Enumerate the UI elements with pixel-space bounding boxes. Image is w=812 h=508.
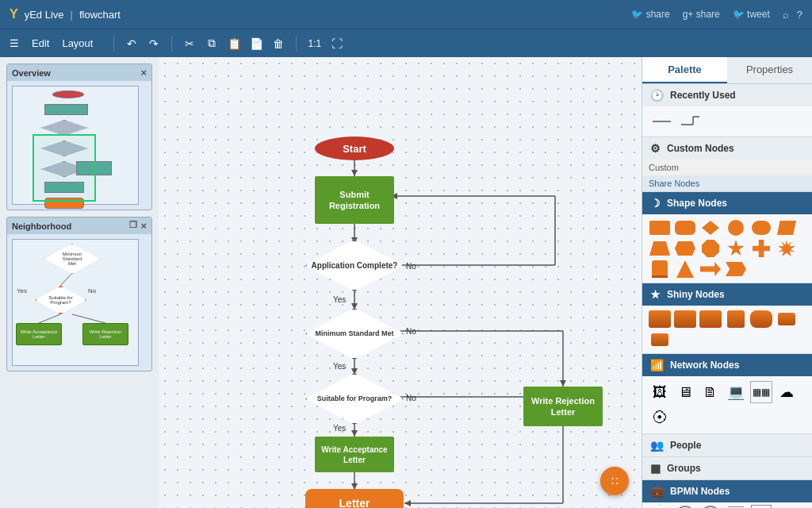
label-no-2: No xyxy=(406,327,416,336)
bpmn-nodes-label: BPMN Nodes xyxy=(670,486,730,497)
svg-marker-17 xyxy=(560,380,566,387)
neighborhood-content: MinimumStandardMet Suitable forProgram? … xyxy=(7,234,151,371)
shiny-rect[interactable] xyxy=(649,310,671,328)
palette-arrow-2[interactable] xyxy=(677,113,699,130)
top-nav: Y yEd Live | flowchart 🐦 share g+ share … xyxy=(0,0,812,29)
sep1 xyxy=(113,36,114,52)
shiny-nodes-label: Shiny Nodes xyxy=(667,289,725,300)
fc-letter[interactable]: Letter xyxy=(305,489,404,508)
paste-style-button[interactable]: 📄 xyxy=(247,34,266,53)
shiny-nodes-header[interactable]: ★ Shiny Nodes xyxy=(642,283,812,306)
neighborhood-map[interactable]: MinimumStandardMet Suitable forProgram? … xyxy=(12,239,139,366)
left-panel: Overview × N xyxy=(0,57,159,508)
shape-tri[interactable] xyxy=(674,260,696,278)
shape-trap[interactable] xyxy=(649,240,671,257)
label-yes-3: Yes xyxy=(333,424,346,433)
palette-arrow-1[interactable] xyxy=(649,113,671,130)
bpmn-nodes-header[interactable]: 💼 BPMN Nodes xyxy=(642,480,812,502)
net-desktop[interactable]: 🖸 xyxy=(649,406,671,429)
shiny-wide2[interactable] xyxy=(699,310,722,328)
fc-start[interactable]: Start xyxy=(315,137,394,160)
section-shape-nodes: ☽ Shape Nodes xyxy=(642,192,812,283)
shape-para[interactable] xyxy=(776,219,798,237)
fc-write-rejection[interactable]: Write Rejection Letter xyxy=(523,387,603,426)
groups-icon: ▦ xyxy=(650,462,661,475)
canvas[interactable]: Start Submit Registration Application Co… xyxy=(159,57,642,508)
copy-button[interactable]: ⧉ xyxy=(202,34,221,53)
fc-suitable[interactable]: Suitable for Program? xyxy=(305,373,404,425)
shape-burst[interactable] xyxy=(776,240,798,257)
twitter-tweet[interactable]: 🐦 tweet xyxy=(733,9,770,20)
recently-used-header[interactable]: 🕑 Recently Used xyxy=(642,84,812,106)
shape-nodes-items xyxy=(642,214,812,283)
overview-map[interactable] xyxy=(12,86,139,205)
svg-marker-19 xyxy=(351,430,358,437)
neighborhood-close-button[interactable]: × xyxy=(140,220,147,232)
shiny-sm2[interactable] xyxy=(649,331,671,348)
tab-properties[interactable]: Properties xyxy=(727,57,812,83)
shiny-sq[interactable] xyxy=(725,310,747,328)
svg-line-0 xyxy=(60,273,72,286)
undo-button[interactable]: ↶ xyxy=(122,34,141,53)
net-switch[interactable]: ▦▦ xyxy=(750,381,772,403)
hamburger-menu[interactable]: ☰ xyxy=(10,37,19,49)
groups-header[interactable]: ▦ Groups xyxy=(642,457,812,479)
svg-line-1 xyxy=(39,314,60,323)
net-tablet[interactable]: 💻 xyxy=(725,381,747,403)
app-logo: Y xyxy=(10,7,18,21)
redo-button[interactable]: ↷ xyxy=(144,34,163,53)
network-nodes-items: 🖼 🖥 🗎 💻 ▦▦ ☁ 🖸 xyxy=(642,376,812,433)
facebook-share[interactable]: 🐦 share xyxy=(631,9,669,20)
layout-menu[interactable]: Layout xyxy=(62,37,93,49)
paste-button[interactable]: 📋 xyxy=(224,34,243,53)
expand-icon[interactable]: ❐ xyxy=(129,220,137,232)
sep2 xyxy=(171,36,172,52)
tab-palette[interactable]: Palette xyxy=(642,57,727,83)
shape-cross[interactable] xyxy=(750,240,772,257)
edit-menu[interactable]: Edit xyxy=(32,37,49,49)
zoom-level: 1:1 xyxy=(308,38,321,49)
shape-nodes-label: Shape Nodes xyxy=(667,198,727,209)
net-cloud[interactable]: ☁ xyxy=(776,381,798,403)
net-router[interactable]: 🖥 xyxy=(674,381,696,403)
fc-submit[interactable]: Submit Registration xyxy=(315,176,394,224)
sep3 xyxy=(296,36,297,52)
shape-nodes-header[interactable]: ☽ Shape Nodes xyxy=(642,192,812,214)
shape-hex[interactable] xyxy=(674,240,696,257)
overview-content xyxy=(7,81,151,210)
fc-app-complete[interactable]: Application Complete? xyxy=(305,240,404,291)
delete-button[interactable]: 🗑 xyxy=(269,34,288,53)
shiny-rrect[interactable] xyxy=(750,310,772,328)
search-icon[interactable]: ⌕ xyxy=(783,9,789,21)
net-monitor[interactable]: 🖼 xyxy=(649,381,671,403)
network-nodes-header[interactable]: 📶 Network Nodes xyxy=(642,354,812,376)
shape-circle[interactable] xyxy=(725,219,747,237)
shape-star[interactable] xyxy=(725,240,747,257)
shape-diamond[interactable] xyxy=(699,219,722,237)
shape-rounded[interactable] xyxy=(750,219,772,237)
shiny-sm[interactable] xyxy=(776,310,798,328)
fc-min-standard[interactable]: Minimum Standard Met xyxy=(305,308,404,360)
people-header[interactable]: 👥 People xyxy=(642,434,812,456)
shape-chevron[interactable] xyxy=(725,260,747,278)
shape-arrow[interactable] xyxy=(699,260,722,278)
shape-rect[interactable] xyxy=(649,219,671,237)
shiny-nodes-items xyxy=(642,306,812,353)
moon-icon: ☽ xyxy=(650,197,661,210)
shape-cyl[interactable] xyxy=(649,260,671,278)
shiny-wide[interactable] xyxy=(674,310,696,328)
overview-title: Overview xyxy=(12,68,51,78)
fc-write-acceptance[interactable]: Write Acceptance Letter xyxy=(315,437,394,472)
help-icon[interactable]: ? xyxy=(797,9,802,21)
fab-button[interactable]: ∷ xyxy=(600,467,629,495)
shape-oct[interactable] xyxy=(699,240,722,257)
fit-page-button[interactable]: ⛶ xyxy=(327,34,347,53)
overview-close-button[interactable]: × xyxy=(140,67,147,79)
google-share[interactable]: g+ share xyxy=(683,9,720,20)
net-server[interactable]: 🗎 xyxy=(699,381,722,403)
custom-nodes-header[interactable]: ⚙ Custom Nodes xyxy=(642,137,812,160)
shape-round-rect[interactable] xyxy=(674,219,696,237)
cut-button[interactable]: ✂ xyxy=(180,34,199,53)
panel-tabs: Palette Properties xyxy=(642,57,812,84)
share-nodes-label[interactable]: Share Nodes xyxy=(649,179,699,188)
